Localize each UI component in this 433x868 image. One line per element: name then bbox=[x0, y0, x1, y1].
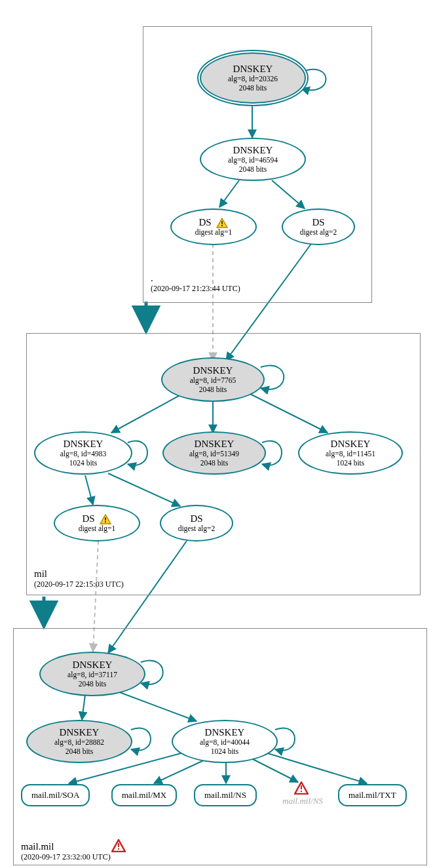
node-mailmil-zsk1[interactable]: DNSKEY alg=8, id=28882 2048 bits bbox=[26, 720, 132, 763]
node-mil-ksk[interactable]: DNSKEY alg=8, id=7765 2048 bits bbox=[161, 357, 265, 402]
node-title: DNSKEY bbox=[233, 145, 273, 156]
record-txt[interactable]: mail.mil/TXT bbox=[338, 784, 407, 806]
node-sub: digest alg=2 bbox=[178, 524, 216, 533]
svg-rect-6 bbox=[301, 785, 302, 789]
node-title: DS bbox=[312, 217, 324, 228]
node-title: DNSKEY bbox=[60, 727, 100, 738]
svg-rect-0 bbox=[221, 221, 223, 224]
zone-mailmil-label: mail.mil (2020-09-17 23:32:00 UTC) bbox=[21, 840, 111, 861]
record-ns[interactable]: mail.mil/NS bbox=[194, 784, 257, 806]
zone-root-label: . (2020-09-17 21:23:44 UTC) bbox=[151, 272, 240, 293]
node-sub: 2048 bits bbox=[239, 165, 267, 174]
node-root-zsk[interactable]: DNSKEY alg=8, id=46594 2048 bits bbox=[200, 138, 306, 181]
node-title: DS bbox=[190, 513, 202, 524]
record-label: mail.mil/NS bbox=[204, 791, 246, 800]
svg-rect-5 bbox=[118, 848, 119, 850]
node-mil-ds2[interactable]: DS digest alg=2 bbox=[160, 505, 233, 542]
record-ns-ghost: mail.mil/NS bbox=[278, 796, 328, 806]
node-mailmil-zsk2[interactable]: DNSKEY alg=8, id=40044 1024 bits bbox=[172, 720, 278, 763]
node-sub: alg=8, id=11451 bbox=[326, 450, 375, 458]
node-root-ds1[interactable]: DS digest alg=1 bbox=[170, 208, 257, 245]
zone-root-ts: (2020-09-17 21:23:44 UTC) bbox=[151, 284, 240, 293]
record-mx[interactable]: mail.mil/MX bbox=[111, 784, 177, 806]
svg-rect-2 bbox=[105, 517, 106, 521]
node-title: DNSKEY bbox=[205, 727, 245, 738]
node-sub: alg=8, id=28882 bbox=[54, 738, 104, 747]
node-title: DNSKEY bbox=[193, 365, 233, 376]
node-mil-ds1[interactable]: DS digest alg=1 bbox=[54, 505, 140, 542]
warning-icon bbox=[216, 218, 228, 228]
node-sub: alg=8, id=40044 bbox=[200, 738, 250, 747]
record-label: mail.mil/MX bbox=[122, 791, 166, 800]
node-mil-zsk1[interactable]: DNSKEY alg=8, id=4983 1024 bits bbox=[34, 431, 132, 475]
record-label: mail.mil/TXT bbox=[348, 791, 396, 800]
svg-rect-4 bbox=[118, 843, 119, 847]
ds-label: DS bbox=[199, 217, 212, 227]
zone-mil-name: mil bbox=[34, 568, 124, 580]
node-sub: 2048 bits bbox=[239, 84, 267, 92]
node-sub: 1024 bits bbox=[337, 459, 365, 467]
node-title: DNSKEY bbox=[64, 439, 104, 450]
warning-icon bbox=[100, 514, 111, 524]
zone-mil-ts: (2020-09-17 22:15:03 UTC) bbox=[34, 580, 124, 589]
node-sub: alg=8, id=37117 bbox=[67, 671, 117, 679]
node-title: DNSKEY bbox=[195, 439, 235, 450]
node-sub: alg=8, id=4983 bbox=[60, 450, 106, 458]
node-sub: digest alg=2 bbox=[300, 228, 337, 237]
node-mil-zsk3[interactable]: DNSKEY alg=8, id=11451 1024 bits bbox=[298, 431, 403, 475]
node-sub: digest alg=1 bbox=[79, 524, 116, 533]
ds-label: DS bbox=[83, 513, 95, 524]
zone-mailmil-name: mail.mil bbox=[21, 840, 111, 852]
svg-rect-1 bbox=[221, 225, 223, 226]
node-title: DS bbox=[83, 513, 112, 525]
node-sub: 1024 bits bbox=[69, 459, 98, 467]
zone-mailmil-ts: (2020-09-17 23:32:00 UTC) bbox=[21, 852, 111, 861]
node-title: DNSKEY bbox=[73, 660, 113, 671]
svg-rect-3 bbox=[105, 521, 106, 523]
node-sub: alg=8, id=20326 bbox=[228, 75, 278, 83]
node-root-ksk[interactable]: DNSKEY alg=8, id=20326 2048 bits bbox=[200, 52, 306, 104]
svg-rect-7 bbox=[301, 791, 302, 792]
node-title: DNSKEY bbox=[233, 64, 273, 75]
node-mailmil-ksk[interactable]: DNSKEY alg=8, id=37117 2048 bits bbox=[39, 652, 145, 696]
alert-icon bbox=[294, 781, 309, 795]
node-sub: 2048 bits bbox=[199, 385, 227, 394]
node-title: DNSKEY bbox=[331, 439, 371, 450]
record-soa[interactable]: mail.mil/SOA bbox=[21, 784, 90, 806]
node-sub: alg=8, id=51349 bbox=[189, 450, 239, 458]
node-sub: 2048 bits bbox=[200, 459, 229, 467]
node-sub: 2048 bits bbox=[79, 680, 107, 688]
node-sub: alg=8, id=7765 bbox=[190, 376, 236, 385]
alert-icon bbox=[111, 839, 126, 852]
node-sub: 1024 bits bbox=[211, 747, 239, 756]
node-sub: 2048 bits bbox=[66, 747, 94, 756]
node-sub: digest alg=1 bbox=[195, 228, 233, 237]
record-label: mail.mil/SOA bbox=[31, 791, 79, 800]
zone-mil-label: mil (2020-09-17 22:15:03 UTC) bbox=[34, 568, 124, 589]
node-title: DS bbox=[199, 217, 229, 229]
zone-root-name: . bbox=[151, 272, 240, 284]
node-root-ds2[interactable]: DS digest alg=2 bbox=[282, 208, 355, 245]
node-sub: alg=8, id=46594 bbox=[228, 156, 278, 165]
node-mil-zsk2[interactable]: DNSKEY alg=8, id=51349 2048 bits bbox=[162, 431, 266, 475]
